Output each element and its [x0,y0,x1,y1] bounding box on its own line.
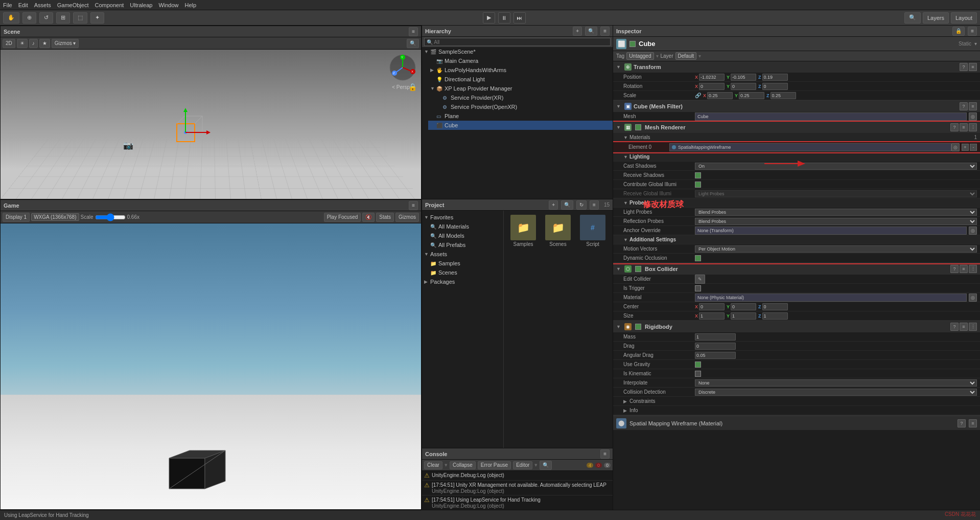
gizmos-game-btn[interactable]: Gizmos [395,213,419,222]
meshrenderer-settings-btn[interactable]: ≡ [960,123,968,131]
rect-tool-btn[interactable]: ⬚ [73,12,87,24]
transform-help-btn[interactable]: ? [960,63,968,71]
transform-header[interactable]: ▼ ⊕ Transform ? ≡ [613,61,980,73]
interpolate-select[interactable]: NoneInterpolateExtrapolate [695,379,977,387]
console-settings-btn[interactable]: ≡ [600,449,610,459]
anchor-picker[interactable]: ◎ [969,227,977,235]
project-search-btn[interactable]: 🔍 [561,200,573,210]
collapse-btn[interactable]: Collapse [450,461,476,469]
scene-light-btn[interactable]: ☀ [17,39,28,48]
hierarchy-item-light[interactable]: 💡 Directional Light [428,75,613,84]
mesh-field[interactable]: Cube [695,112,967,121]
layer-dropdown[interactable]: Default [675,52,697,60]
pause-button[interactable]: ⏸ [498,12,510,24]
reflection-probes-select[interactable]: Blend ProbesOff [695,218,977,225]
console-row-1[interactable]: ⚠ [17:54:51] Unity XR Management not ava… [422,481,613,495]
element-remove-btn[interactable]: - [970,144,977,151]
asset-scenes[interactable]: 📁 Scenes [543,215,573,247]
element0-picker[interactable]: ◎ [951,143,960,151]
boxcollider-settings-btn[interactable]: ≡ [960,265,968,273]
rigidbody-header[interactable]: ▼ ◉ Rigidbody ? ≡ ⋮ [613,321,980,332]
cast-shadows-select[interactable]: OnOffTwo Sided [695,163,977,170]
mesh-renderer-header[interactable]: ▼ ▦ Mesh Renderer ? ≡ ⋮ [613,122,980,133]
boxcollider-enable[interactable] [635,266,641,272]
layers-dropdown[interactable]: Layers [923,12,949,24]
bottom-material-settings[interactable]: ≡ [969,419,977,427]
menu-window[interactable]: Window [158,2,178,8]
project-add-btn[interactable]: + [549,200,558,210]
motion-vectors-select[interactable]: Per Object MotionCamera Motion OnlyForce… [695,245,977,253]
game-scale-slider[interactable] [95,213,126,221]
project-sync-btn[interactable]: ↻ [576,200,587,210]
receive-gi-select[interactable]: Light Probes [695,190,977,197]
transform-tool-btn[interactable]: ✦ [90,12,104,24]
rotation-y-input[interactable] [731,83,756,90]
editor-dropdown[interactable]: Editor [513,461,532,469]
collision-detection-select[interactable]: DiscreteContinuousContinuous Dynamic [695,389,977,396]
rotation-x-input[interactable] [699,83,725,90]
meshrenderer-enable-checkbox[interactable] [635,124,641,130]
favorites-section[interactable]: ▼ Favorites [422,213,503,222]
console-search-btn[interactable]: 🔍 [540,461,552,470]
element0-btn[interactable]: SpatialMappingWireframe [669,143,951,151]
project-settings-btn[interactable]: ≡ [590,200,599,210]
static-dropdown[interactable]: ▾ [974,41,977,47]
zoom-lock-btn[interactable]: 🔒 [408,83,417,91]
boxcollider-help-btn[interactable]: ? [950,265,959,273]
move-tool-btn[interactable]: ⊕ [22,12,36,24]
packages-section[interactable]: ▶ Packages [422,277,503,286]
scale-tool-btn[interactable]: ⊞ [56,12,70,24]
boxcollider-more-btn[interactable]: ⋮ [969,265,977,273]
size-z-input[interactable] [762,312,788,320]
step-button[interactable]: ⏭ [514,12,526,24]
collider-material-picker[interactable]: ◎ [969,293,977,302]
hierarchy-item-samplescene[interactable]: ▼ 🎬 SampleScene* [422,47,613,56]
scene-search-btn[interactable]: 🔍 [407,39,419,48]
drag-input[interactable] [695,343,736,350]
meshrenderer-help-btn[interactable]: ? [950,123,959,131]
hierarchy-item-maincamera[interactable]: 📷 Main Camera [428,56,613,65]
hierarchy-search-input[interactable] [424,38,611,46]
hand-tool-btn[interactable]: ✋ [3,12,19,24]
hierarchy-item-plane[interactable]: ▭ Plane [428,111,613,121]
collider-material-btn[interactable]: None (Physic Material) [695,293,967,302]
rotation-z-input[interactable] [762,83,788,90]
meshfilter-settings-btn[interactable]: ≡ [969,102,977,110]
game-display-dropdown[interactable]: Display 1 [3,213,30,222]
game-settings-btn[interactable]: ≡ [409,201,418,210]
scene-settings-btn[interactable]: ≡ [409,27,418,36]
size-x-input[interactable] [699,312,725,320]
receive-shadows-toggle[interactable] [695,172,701,178]
hierarchy-search-btn[interactable]: 🔍 [585,27,597,36]
scenes-item[interactable]: 📁 Scenes [428,268,503,277]
hierarchy-item-svcxr[interactable]: ⚙ Service Provider(XR) [434,93,613,102]
mass-input[interactable] [695,333,736,341]
hierarchy-item-hands[interactable]: ▶ 🖐 LowPolyHandsWithArms [428,65,613,75]
all-prefabs-item[interactable]: 🔍 All Prefabs [428,240,503,250]
mesh-filter-header[interactable]: ▼ ▣ Cube (Mesh Filter) ? ≡ [613,101,980,112]
rigidbody-settings-btn[interactable]: ≡ [960,323,968,331]
use-gravity-toggle[interactable] [695,361,701,368]
asset-script[interactable]: # Script [577,215,608,247]
dynamic-occlusion-toggle[interactable] [695,255,701,261]
position-x-input[interactable] [699,74,725,81]
anchor-btn[interactable]: None (Transform) [695,227,967,235]
all-models-item[interactable]: 🔍 All Models [428,231,503,240]
is-kinematic-checkbox[interactable] [695,371,701,377]
size-y-input[interactable] [731,312,756,320]
meshfilter-help-btn[interactable]: ? [960,102,968,110]
asset-samples[interactable]: 📁 Samples [508,215,539,247]
position-y-input[interactable] [731,74,756,81]
hierarchy-settings-btn[interactable]: ≡ [600,27,610,36]
object-active-checkbox[interactable] [629,41,636,47]
play-focused-btn[interactable]: Play Focused [324,213,361,222]
contribute-gi-toggle[interactable] [695,182,701,188]
assets-section[interactable]: ▼ Assets [422,250,503,259]
is-trigger-checkbox[interactable] [695,285,701,291]
console-row-0[interactable]: ⚠ UnityEngine.Debug:Log (object) [422,471,613,481]
menu-component[interactable]: Component [95,2,124,8]
scale-y-input[interactable] [739,92,764,99]
clear-btn[interactable]: Clear [424,461,442,469]
rigidbody-help-btn[interactable]: ? [950,323,959,331]
light-probes-select[interactable]: Blend ProbesOff [695,209,977,216]
